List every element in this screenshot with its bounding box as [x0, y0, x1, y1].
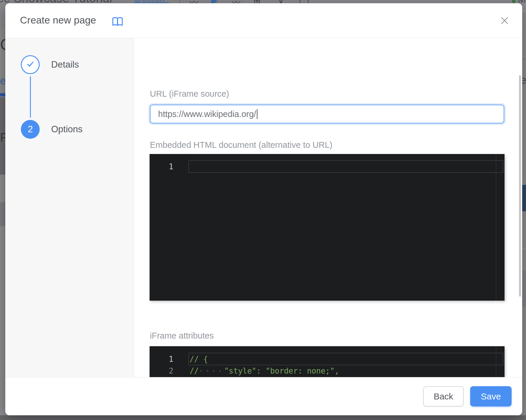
background-right-edge: e	[522, 4, 526, 415]
step-options-label[interactable]: Options	[51, 124, 83, 135]
editor-ruler	[496, 154, 496, 301]
code-line: //····"style": "border: none;",	[190, 365, 339, 377]
code-line: // {	[190, 353, 208, 365]
dialog-body: Details 2 Options URL (iFrame source) ht…	[5, 38, 522, 377]
attrs-field-label: iFrame attributes	[150, 331, 214, 341]
text-caret	[257, 109, 257, 119]
dialog-header: Create new page	[5, 3, 522, 38]
background-bottom-edge	[0, 415, 526, 420]
background-selected-row	[522, 185, 526, 211]
background-letter-c: C	[0, 35, 5, 53]
step-details-label[interactable]: Details	[51, 59, 79, 70]
book-icon	[112, 16, 123, 28]
step-options-indicator[interactable]: 2	[21, 120, 40, 139]
background-blue-bar	[0, 93, 5, 96]
dialog-title: Create new page	[20, 14, 96, 26]
steps-panel: Details 2 Options	[5, 38, 134, 377]
url-input-value: https://www.wikipedia.org/	[158, 109, 256, 119]
background-left-edge: C e P	[0, 4, 5, 415]
background-letter-p: P	[0, 130, 5, 145]
line-number: 1	[150, 161, 173, 173]
step-details-indicator[interactable]	[21, 55, 40, 74]
status-dot	[512, 0, 516, 3]
url-field-label: URL (iFrame source)	[150, 89, 229, 99]
background-letter-e-right: e	[522, 74, 526, 86]
embedded-html-editor[interactable]: 1	[150, 154, 505, 301]
background-user-label: Mad	[518, 0, 526, 4]
save-button[interactable]: Save	[470, 386, 512, 406]
step-connector	[30, 76, 31, 118]
background-letter-e: e	[0, 75, 5, 87]
line-number: 1	[150, 353, 173, 365]
modal-scrollbar[interactable]	[519, 75, 521, 297]
dialog-footer: Back Save	[5, 377, 522, 415]
close-icon	[499, 22, 510, 27]
line-number: 2	[150, 365, 173, 377]
step-options-number: 2	[28, 124, 33, 135]
embed-field-label: Embedded HTML document (alternative to U…	[150, 140, 332, 150]
back-button[interactable]: Back	[423, 386, 464, 406]
url-input[interactable]: https://www.wikipedia.org/	[150, 105, 504, 123]
create-page-dialog: Create new page Det	[5, 3, 522, 415]
iframe-attributes-editor[interactable]: 1 // { 2 //····"style": "border: none;",…	[150, 346, 505, 377]
check-icon	[25, 59, 35, 70]
close-button[interactable]	[499, 15, 510, 27]
